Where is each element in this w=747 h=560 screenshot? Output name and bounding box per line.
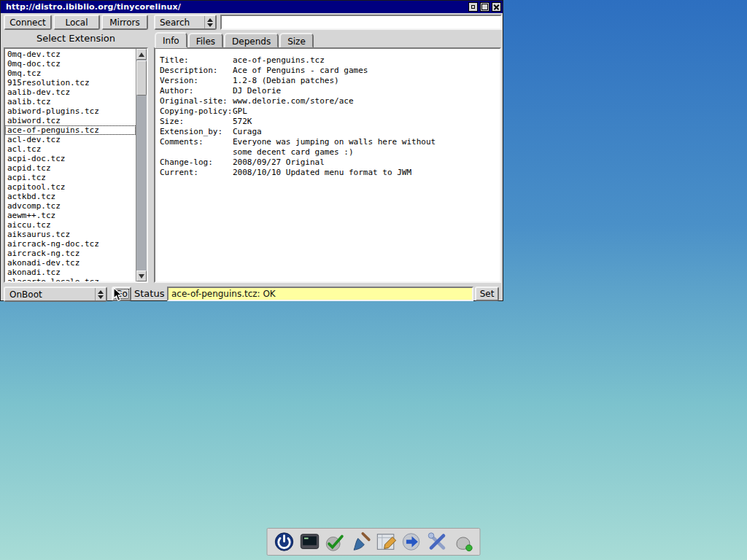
terminal-icon[interactable]	[298, 530, 322, 553]
select-extension-heading: Select Extension	[1, 33, 151, 46]
extension-list-item[interactable]: abiword-plugins.tcz	[5, 106, 136, 116]
info-row: Description:Ace of Penguins - card games	[160, 66, 495, 76]
extension-list-item[interactable]: acpitool.tcz	[5, 182, 136, 192]
close-button[interactable]	[492, 2, 501, 12]
extension-list-item[interactable]: acl-dev.tcz	[5, 135, 136, 144]
go-button[interactable]: Go	[112, 287, 131, 301]
extension-list-item[interactable]: aircrack-ng.tcz	[5, 249, 136, 258]
info-field-value: Everyone was jumping on walls here witho…	[233, 137, 436, 147]
iconify-button[interactable]	[468, 2, 478, 12]
tab[interactable]: Size	[279, 33, 314, 48]
extension-list-item[interactable]: alacarte-locale.tcz	[5, 277, 136, 281]
info-field-value: Curaga	[233, 127, 262, 136]
info-row: Size:572K	[160, 117, 495, 127]
info-field-label: Comments:	[160, 137, 233, 147]
scroll-up-button[interactable]	[136, 49, 147, 60]
info-field-value: ace-of-penguins.tcz	[233, 55, 325, 65]
info-row: Author:DJ Delorie	[160, 86, 495, 96]
mouse-icon[interactable]	[452, 530, 475, 553]
updown-arrows-icon	[204, 16, 215, 28]
info-row: Change-log:2008/09/27 Original	[160, 158, 495, 168]
extension-list-item[interactable]: aalib-dev.tcz	[5, 88, 136, 97]
list-scrollbar[interactable]	[136, 49, 147, 281]
paint-icon[interactable]	[349, 530, 373, 553]
mirrors-button[interactable]: Mirrors	[101, 15, 148, 30]
extension-list-item[interactable]: acpi.tcz	[5, 173, 136, 182]
arrow-up-icon	[139, 52, 144, 57]
info-row: Copying-policy:GPL	[160, 106, 495, 117]
status-label: Status	[134, 287, 164, 301]
extension-list-item[interactable]: 0mq.tcz	[5, 69, 136, 78]
info-field-label: Change-log:	[160, 158, 233, 168]
info-field-label: Extension_by:	[160, 127, 233, 137]
info-row: Original-site:www.delorie.com/store/ace	[160, 96, 495, 106]
window-title: http://distro.ibiblio.org/tinycorelinux/	[1, 2, 181, 12]
extension-list-item[interactable]: abiword.tcz	[5, 116, 136, 125]
info-field-label: Description:	[160, 66, 233, 76]
toolbar: Connect Local Mirrors Search	[1, 15, 503, 31]
extension-list-item[interactable]: aiksaurus.tcz	[5, 230, 136, 239]
extension-list-item[interactable]: 0mq-doc.tcz	[5, 59, 136, 69]
search-input[interactable]	[220, 15, 502, 30]
extension-list-item[interactable]: 0mq-dev.tcz	[5, 50, 136, 59]
info-row: some decent card games :)	[160, 147, 495, 158]
tab[interactable]: Files	[188, 33, 223, 48]
info-field-value: DJ Delorie	[233, 86, 281, 96]
tab[interactable]: Info	[155, 32, 187, 48]
extension-list-item[interactable]: acpid.tcz	[5, 163, 136, 173]
fetch-icon[interactable]	[400, 530, 424, 553]
desktop: http://distro.ibiblio.org/tinycorelinux/…	[0, 0, 747, 560]
info-field-label: Title:	[160, 55, 233, 66]
tab[interactable]: Depends	[224, 33, 279, 48]
info-panel: Title:ace-of-penguins.tcz Description:Ac…	[154, 47, 501, 283]
info-row: Title:ace-of-penguins.tcz	[160, 55, 495, 66]
search-mode-dropdown[interactable]: Search	[154, 15, 217, 30]
set-button[interactable]: Set	[475, 287, 499, 301]
info-field-label: Current:	[160, 168, 233, 178]
info-field-value: some decent card games :)	[233, 147, 354, 157]
extension-list-item[interactable]: aalib.tcz	[5, 97, 136, 106]
extension-list-item[interactable]: advcomp.tcz	[5, 201, 136, 211]
info-rows: Title:ace-of-penguins.tcz Description:Ac…	[155, 49, 500, 184]
info-field-value: www.delorie.com/store/ace	[233, 96, 354, 106]
info-field-label: Author:	[160, 86, 233, 96]
info-field-label: Version:	[160, 76, 233, 86]
extension-list-items: 0mq-dev.tcz0mq-doc.tcz0mq.tcz915resoluti…	[5, 49, 136, 281]
extension-list-item[interactable]: ace-of-penguins.tcz	[5, 125, 136, 135]
install-mode-label: OnBoot	[5, 289, 95, 300]
info-field-value: Ace of Penguins - card games	[233, 66, 368, 75]
extension-list-item[interactable]: acpi-doc.tcz	[5, 154, 136, 163]
iconify-icon	[471, 5, 475, 9]
status-field[interactable]	[167, 287, 473, 301]
appbrowser-window: http://distro.ibiblio.org/tinycorelinux/…	[0, 0, 503, 301]
extension-list-item[interactable]: akonadi-dev.tcz	[5, 258, 136, 268]
extension-list-item[interactable]: aiccu.tcz	[5, 220, 136, 230]
extension-list-item[interactable]: actkbd.tcz	[5, 192, 136, 201]
extension-list-item[interactable]: aircrack-ng-doc.tcz	[5, 239, 136, 249]
extension-list-item[interactable]: akonadi.tcz	[5, 268, 136, 277]
install-mode-dropdown[interactable]: OnBoot	[4, 287, 107, 302]
info-tabs: InfoFilesDependsSize	[155, 32, 314, 47]
extension-list-item[interactable]: 915resolution.tcz	[5, 78, 136, 88]
info-field-label: Size:	[160, 117, 233, 127]
power-icon[interactable]	[273, 530, 296, 553]
tools-icon[interactable]	[426, 530, 449, 553]
connect-button[interactable]: Connect	[4, 15, 52, 30]
arrow-down-icon	[139, 274, 144, 279]
info-field-value: GPL	[233, 106, 247, 116]
info-field-value: 2008/10/10 Updated menu format to JWM	[233, 168, 411, 177]
window-titlebar[interactable]: http://distro.ibiblio.org/tinycorelinux/	[1, 1, 503, 13]
scroll-down-button[interactable]	[136, 271, 147, 281]
dock	[267, 528, 481, 556]
extension-list-item[interactable]: aewm++.tcz	[5, 211, 136, 220]
editor-icon[interactable]	[375, 530, 398, 553]
extension-list-item[interactable]: acl.tcz	[5, 144, 136, 154]
local-button[interactable]: Local	[53, 15, 100, 30]
window-controls	[466, 2, 501, 12]
scrollbar-thumb[interactable]	[136, 61, 147, 96]
info-row: Extension_by:Curaga	[160, 127, 495, 137]
maximize-button[interactable]	[480, 2, 489, 12]
app-browser-icon[interactable]	[324, 530, 347, 553]
info-row: Current:2008/10/10 Updated menu format t…	[160, 168, 495, 178]
info-field-value: 1.2-8 (Debian patches)	[233, 76, 339, 85]
